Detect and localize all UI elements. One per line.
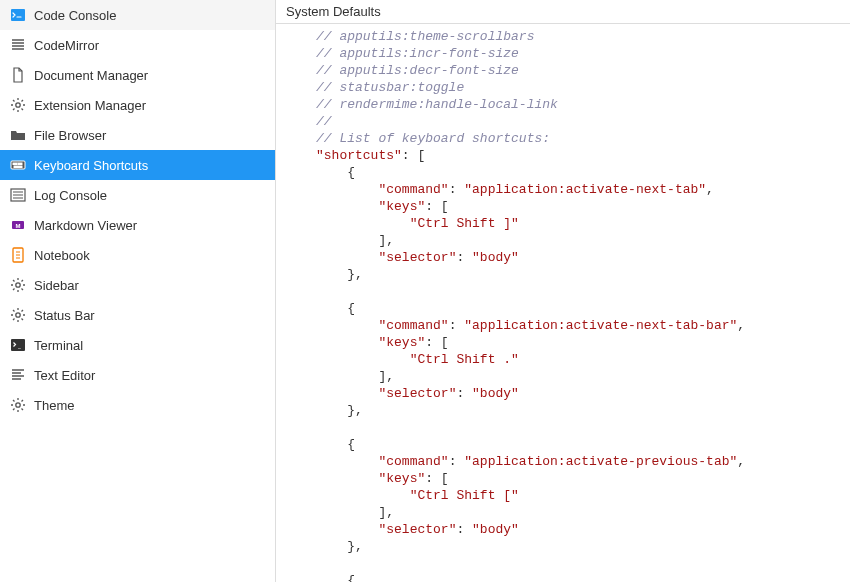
sidebar-item-status-bar[interactable]: Status Bar [0,300,275,330]
folder-icon [10,127,26,143]
lines-icon [10,37,26,53]
gear-icon [10,277,26,293]
gear-icon [10,97,26,113]
sidebar-item-label: Notebook [34,248,90,263]
code-comment: // statusbar:toggle [316,80,464,95]
sidebar-item-text-editor[interactable]: Text Editor [0,360,275,390]
json-key: "shortcuts" [316,148,402,163]
sidebar-item-label: CodeMirror [34,38,99,53]
svg-text:_: _ [17,343,21,349]
markdown-icon: M [10,217,26,233]
main-panel: System Defaults // apputils:theme-scroll… [275,0,850,582]
svg-rect-4 [13,163,15,165]
text-lines-icon [10,367,26,383]
settings-sidebar: Code ConsoleCodeMirrorDocument ManagerEx… [0,0,275,582]
svg-point-13 [16,283,20,287]
sidebar-item-label: Text Editor [34,368,95,383]
code-comment: // rendermime:handle-local-link [316,97,558,112]
code-comment: // apputils:incr-font-size [316,46,519,61]
code-comment: // List of keyboard shortcuts: [316,131,550,146]
file-icon [10,67,26,83]
sidebar-item-notebook[interactable]: Notebook [0,240,275,270]
sidebar-item-extension-manager[interactable]: Extension Manager [0,90,275,120]
svg-rect-6 [18,163,20,165]
sidebar-item-file-browser[interactable]: File Browser [0,120,275,150]
sidebar-item-label: Code Console [34,8,116,23]
sidebar-item-label: Markdown Viewer [34,218,137,233]
svg-text:M: M [16,223,21,229]
code-comment: // apputils:theme-scrollbars [316,29,534,44]
sidebar-item-log-console[interactable]: Log Console [0,180,275,210]
sidebar-item-label: Status Bar [34,308,95,323]
editor-wrap: // apputils:theme-scrollbars // apputils… [276,24,850,582]
sidebar-item-document-manager[interactable]: Document Manager [0,60,275,90]
list-icon [10,187,26,203]
notebook-icon [10,247,26,263]
panel-header: System Defaults [276,0,850,24]
code-comment: // apputils:decr-font-size [316,63,519,78]
svg-rect-7 [21,163,23,165]
sidebar-item-label: Document Manager [34,68,148,83]
json-editor[interactable]: // apputils:theme-scrollbars // apputils… [276,24,850,582]
gear-icon [10,307,26,323]
sidebar-item-label: Keyboard Shortcuts [34,158,148,173]
sidebar-item-theme[interactable]: Theme [0,390,275,420]
sidebar-item-terminal[interactable]: _Terminal [0,330,275,360]
sidebar-item-codemirror[interactable]: CodeMirror [0,30,275,60]
svg-point-1 [16,103,20,107]
sidebar-item-label: Log Console [34,188,107,203]
keyboard-icon [10,157,26,173]
sidebar-item-code-console[interactable]: Code Console [0,0,275,30]
svg-rect-0 [11,9,25,21]
sidebar-item-keyboard-shortcuts[interactable]: Keyboard Shortcuts [0,150,275,180]
sidebar-item-markdown-viewer[interactable]: MMarkdown Viewer [0,210,275,240]
gear-icon [10,397,26,413]
console-icon [10,7,26,23]
sidebar-item-label: Sidebar [34,278,79,293]
sidebar-item-label: File Browser [34,128,106,143]
terminal-icon: _ [10,337,26,353]
svg-point-17 [16,403,20,407]
sidebar-item-label: Extension Manager [34,98,146,113]
code-comment: // [316,114,332,129]
svg-rect-8 [14,166,22,168]
svg-rect-5 [16,163,18,165]
sidebar-item-label: Terminal [34,338,83,353]
sidebar-item-label: Theme [34,398,74,413]
sidebar-item-sidebar[interactable]: Sidebar [0,270,275,300]
svg-point-14 [16,313,20,317]
